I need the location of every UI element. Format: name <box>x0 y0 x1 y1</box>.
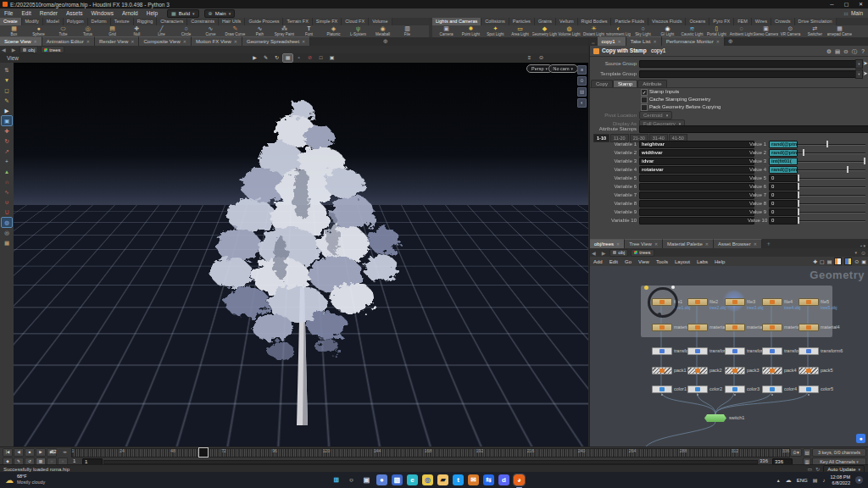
forward-icon[interactable]: ▶ <box>10 47 18 53</box>
shelf-tool[interactable]: ▣ Camera <box>434 25 459 37</box>
search-icon[interactable]: ⊙ <box>854 258 859 264</box>
shelf-tab[interactable]: Grains <box>535 18 556 25</box>
viewport-tool-icon[interactable]: ▦ <box>283 54 292 62</box>
shelf-tool[interactable]: ∿ Path <box>248 25 272 37</box>
back-icon[interactable]: ◀ <box>0 47 8 53</box>
network-menu-item[interactable]: Layout <box>671 259 693 264</box>
value-slider[interactable] <box>798 141 865 147</box>
viewport-mode-icon[interactable]: ▶ <box>2 106 12 115</box>
current-frame-field[interactable]: 62 <box>51 449 57 454</box>
shelf-tab[interactable]: Texture <box>111 18 134 25</box>
shelf-tab[interactable]: Lights and Cameras <box>432 18 481 25</box>
close-icon[interactable]: ✕ <box>302 39 305 44</box>
shelf-tool[interactable]: T Font <box>297 25 321 37</box>
range-start-field[interactable]: 1 <box>73 458 75 463</box>
close-icon[interactable]: ✕ <box>131 39 134 44</box>
color-node[interactable]: color1 <box>652 385 672 393</box>
shelf-tool[interactable]: ◐ Environment Light <box>606 25 631 37</box>
checkbox[interactable] <box>641 97 648 103</box>
taskbar-app-icon[interactable]: e <box>407 474 418 485</box>
path-context-chip[interactable]: obj <box>19 46 38 53</box>
slider-handle[interactable] <box>798 200 799 207</box>
viewport-mode-icon[interactable]: ↗ <box>2 147 12 156</box>
shape-swatch-icon[interactable] <box>844 258 852 265</box>
taskbar-app-icon[interactable]: ▣ <box>361 474 372 485</box>
shelf-tool[interactable]: ⬭ Tube <box>51 25 75 37</box>
viewport-tool-icon[interactable]: ⊘ <box>305 54 314 62</box>
transform-node[interactable]: transform5 <box>762 347 782 355</box>
material-node[interactable]: material1 <box>652 324 672 331</box>
shelf-tool[interactable]: ≋ Caustic Light <box>680 25 704 37</box>
variable-name-field[interactable]: heightvar <box>639 141 754 148</box>
variable-value-field[interactable]: int(fit01( <box>769 158 798 165</box>
menu-item[interactable]: Render <box>36 8 62 18</box>
transform-node[interactable]: transform6 <box>798 347 819 355</box>
shelf-tab[interactable]: Create <box>0 18 22 25</box>
value-slider[interactable] <box>798 208 865 215</box>
shelf-tab[interactable]: Collisions <box>481 18 509 25</box>
menu-item[interactable]: File <box>0 8 17 18</box>
pane-tab[interactable]: Tree View ✕ <box>625 239 663 248</box>
notification-icon[interactable]: ● <box>856 434 865 443</box>
network-menu-item[interactable]: Help <box>711 259 728 264</box>
shelf-tool[interactable]: ✎ Draw Curve <box>223 25 248 37</box>
pane-tab[interactable]: copy1 ✕ <box>598 36 626 46</box>
viewport-tool-icon[interactable]: ▫ <box>294 54 303 62</box>
new-pane-tab-button[interactable]: ⊕ <box>380 37 392 46</box>
param-header-icon[interactable]: ? <box>859 47 867 55</box>
param-header-icon[interactable]: ⚙ <box>825 47 833 55</box>
shelf-tab[interactable]: Simple FX <box>313 18 342 25</box>
taskbar-app-icon[interactable]: ⊞ <box>331 474 342 485</box>
path-node-chip[interactable]: trees <box>41 46 64 53</box>
value-slider[interactable] <box>798 217 865 224</box>
viewport-tool-icon[interactable]: ↻ <box>272 54 281 62</box>
shelf-tool[interactable]: ⇄ Switcher <box>803 25 827 37</box>
menu-item[interactable]: Help <box>142 8 162 18</box>
weather-widget[interactable]: ☁ 68°F Mostly cloudy <box>5 474 45 485</box>
viewport-mode-icon[interactable]: ⇅ <box>2 65 12 75</box>
variable-name-field[interactable]: idvar <box>639 158 754 165</box>
shelf-tool[interactable]: ⊙ VR Camera <box>778 25 803 37</box>
shelf-tab[interactable]: Deform <box>88 18 111 25</box>
shelf-tool[interactable]: ◉ GI Light <box>655 25 680 37</box>
pane-tab[interactable]: Scene View ✕ <box>0 36 42 46</box>
taskbar-app-icon[interactable]: d <box>498 474 509 485</box>
file-node[interactable]: file3 tree3.obj <box>725 298 745 306</box>
volume-icon[interactable]: ♪ <box>822 478 825 483</box>
source-group-field[interactable] <box>639 60 857 68</box>
color-swatch-icon[interactable] <box>834 258 842 265</box>
playhead-marker[interactable] <box>198 447 209 458</box>
shelf-tool[interactable]: ▤ Grid <box>100 25 125 37</box>
param-header-icon[interactable]: ▤ <box>833 47 842 55</box>
slider-handle[interactable] <box>798 175 799 181</box>
folder-icon[interactable]: ▢ <box>820 258 825 264</box>
slider-handle[interactable] <box>798 208 799 215</box>
variable-name-field[interactable] <box>639 191 754 199</box>
maximize-button[interactable]: ▢ <box>839 0 854 8</box>
file-node[interactable]: file5 tree5.obj <box>798 298 819 306</box>
variable-name-field[interactable]: widthvar <box>639 149 754 157</box>
file-node[interactable]: file4 tree4.obj <box>762 298 782 306</box>
network-menu-item[interactable]: Labs <box>693 259 711 264</box>
shelf-tool[interactable]: ◆ Geometry Light <box>532 25 557 37</box>
value-slider[interactable] <box>798 149 865 156</box>
close-icon[interactable]: ✕ <box>616 241 620 247</box>
transport-button[interactable]: ◀ <box>14 448 24 457</box>
viewport-mode-icon[interactable]: ↻ <box>2 136 12 146</box>
slider-handle[interactable] <box>803 149 804 156</box>
shelf-tab[interactable]: Oceans <box>686 18 709 25</box>
pane-tab[interactable]: Composite View ✕ <box>139 36 191 46</box>
desk-label[interactable]: Main <box>851 10 863 16</box>
path-node-chip[interactable]: trees <box>631 249 654 257</box>
close-icon[interactable]: ✕ <box>653 39 656 44</box>
shelf-tab[interactable]: Vellum <box>556 18 578 25</box>
variable-value-field[interactable]: 0 <box>769 208 798 216</box>
help-icon[interactable]: ⊙ <box>537 54 546 62</box>
pane-tab[interactable]: Render View ✕ <box>95 36 139 46</box>
variable-name-field[interactable]: rotatevar <box>639 166 754 174</box>
frame-step-icons[interactable]: ◂▸ <box>63 449 67 454</box>
variable-value-field[interactable]: 0 <box>769 217 798 225</box>
viewport-tool-icon[interactable]: □ <box>316 54 326 62</box>
tray-expand-icon[interactable]: ▲ <box>776 478 781 483</box>
network-menu-item[interactable]: Tools <box>653 259 671 264</box>
